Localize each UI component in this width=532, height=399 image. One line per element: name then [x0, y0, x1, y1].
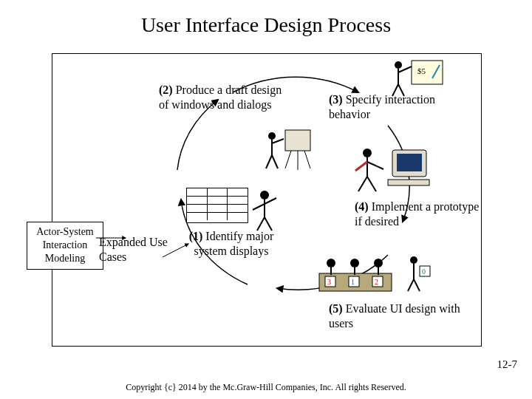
step-4-text: Implement a prototype if desired: [355, 200, 479, 228]
table-icon: [186, 188, 248, 223]
step-3-text: Specify interaction behavior: [329, 93, 435, 120]
step-2: (2) Produce a draft design of windows an…: [159, 83, 284, 112]
step-3: (3) Specify interaction behavior: [329, 92, 462, 122]
slide-title: User Interface Design Process: [0, 13, 532, 37]
page-number: 12-7: [497, 358, 518, 371]
step-1-num: (1): [189, 230, 203, 242]
step-5-text: Evaluate UI design with users: [329, 302, 460, 330]
step-5: (5) Evaluate UI design with users: [329, 301, 462, 331]
copyright: Copyright {c} 2014 by the Mc.Graw-Hill C…: [0, 382, 532, 393]
step-3-num: (3): [329, 93, 343, 106]
step-4-num: (4): [355, 200, 369, 213]
step-4: (4) Implement a prototype if desired: [355, 200, 480, 229]
step-2-text: Produce a draft design of windows and di…: [159, 83, 282, 111]
step-2-num: (2): [159, 83, 173, 96]
step-1-text: Identify major system displays: [194, 230, 274, 257]
step-1: (1) Identify major system displays: [176, 229, 287, 259]
expanded-use-cases-label: Expanded Use Cases: [99, 235, 180, 265]
step-5-num: (5): [329, 302, 343, 315]
input-box: Actor-System Interaction Modeling: [27, 222, 103, 270]
